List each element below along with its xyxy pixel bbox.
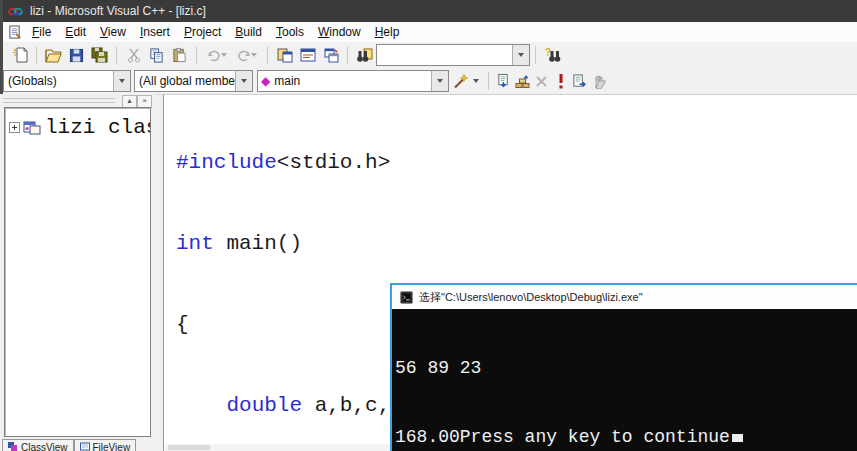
workspace-pane: ▴ × lizi classes	[0, 94, 155, 451]
new-file-icon	[12, 47, 28, 63]
workspace-toggle-button[interactable]	[273, 44, 296, 66]
class-diamond-icon: ◆	[261, 74, 270, 88]
save-button[interactable]	[65, 44, 88, 66]
save-all-icon	[91, 47, 108, 63]
build-icon	[515, 74, 531, 89]
save-icon	[69, 48, 84, 63]
code-line: #include<stdio.h>	[176, 149, 701, 176]
redo-icon	[237, 49, 251, 62]
window-left-border	[0, 0, 3, 94]
cut-button[interactable]	[122, 44, 145, 66]
menu-insert[interactable]: Insert	[133, 23, 177, 41]
copy-button[interactable]	[145, 44, 168, 66]
find-in-files-icon	[356, 48, 373, 63]
output-toggle-button[interactable]	[296, 44, 319, 66]
stop-build-button[interactable]	[532, 70, 551, 92]
svg-text:?: ?	[545, 48, 551, 58]
window-title: lizi - Microsoft Visual C++ - [lizi.c]	[30, 4, 206, 18]
save-all-button[interactable]	[88, 44, 111, 66]
toolbar-separator	[535, 46, 536, 64]
code-line: int main()	[176, 230, 701, 257]
wizard-actions-button[interactable]	[449, 70, 483, 92]
compile-icon	[496, 73, 511, 89]
wizard-dropdown-arrow[interactable]	[473, 79, 479, 83]
toolbar-separator	[36, 46, 37, 64]
tree-item-label[interactable]: lizi classes	[45, 116, 150, 139]
paste-button[interactable]	[168, 44, 191, 66]
mdi-document-icon[interactable]	[8, 25, 21, 40]
pane-gripper[interactable]	[3, 98, 115, 106]
toolbar-separator	[488, 72, 489, 90]
wizard-wand-icon	[453, 73, 469, 89]
tab-classview[interactable]: ClassView	[2, 439, 74, 451]
vc6-main-window: lizi - Microsoft Visual C++ - [lizi.c] F…	[0, 0, 857, 451]
toolbar-separator	[116, 46, 117, 64]
open-button[interactable]	[42, 44, 65, 66]
new-file-button[interactable]	[8, 44, 31, 66]
find-in-files-button[interactable]	[353, 44, 376, 66]
scrollbar-thumb[interactable]	[168, 445, 210, 450]
undo-icon	[207, 49, 221, 62]
execute-program-button[interactable]	[551, 70, 570, 92]
redo-button[interactable]	[232, 44, 262, 66]
title-bar[interactable]: lizi - Microsoft Visual C++ - [lizi.c]	[0, 0, 857, 22]
members-combobox[interactable]: (All global members	[134, 70, 253, 92]
stop-build-icon	[535, 75, 548, 88]
compile-button[interactable]	[494, 70, 513, 92]
console-icon	[400, 291, 413, 304]
build-button[interactable]	[513, 70, 532, 92]
menu-edit[interactable]: Edit	[58, 23, 93, 41]
tab-fileview[interactable]: FileView	[74, 439, 137, 451]
find-combobox-dropdown[interactable]	[512, 45, 529, 65]
go-button[interactable]	[570, 70, 589, 92]
copy-icon	[149, 48, 164, 63]
visual-cpp-app-icon	[8, 5, 23, 18]
search-icon: ?	[545, 48, 561, 63]
open-folder-icon	[45, 48, 62, 63]
toolbar-separator	[347, 46, 348, 64]
tab-fileview-label: FileView	[93, 442, 131, 451]
search-button[interactable]: ?	[541, 44, 564, 66]
menu-window[interactable]: Window	[311, 23, 368, 41]
menu-view[interactable]: View	[93, 23, 133, 41]
standard-toolbar: ?	[0, 42, 857, 69]
toolbar-separator	[196, 46, 197, 64]
editor-horizontal-scrollbar[interactable]	[165, 444, 390, 451]
scope-combobox[interactable]: (Globals)	[3, 70, 131, 92]
console-title-bar[interactable]: 选择"C:\Users\lenovo\Desktop\Debug\lizi.ex…	[392, 285, 857, 309]
scope-combobox-value[interactable]: (Globals)	[4, 74, 113, 88]
wizard-bar: (Globals) (All global members ◆ main	[0, 68, 857, 95]
function-combobox-value[interactable]: main	[270, 74, 431, 88]
workspace-tabs: ClassView FileView	[2, 439, 155, 451]
workspace-icon	[277, 48, 293, 63]
expand-plus-icon[interactable]	[9, 122, 20, 133]
redo-dropdown-arrow[interactable]	[251, 53, 257, 57]
tree-item-classes[interactable]: lizi classes	[9, 116, 150, 139]
undo-dropdown-arrow[interactable]	[221, 53, 227, 57]
menu-build[interactable]: Build	[228, 23, 269, 41]
breakpoint-button[interactable]	[589, 70, 608, 92]
console-cursor	[732, 434, 743, 442]
classview-folder-icon	[23, 120, 41, 135]
console-output[interactable]: 56 89 23 168.00Press any key to continue	[392, 309, 857, 451]
toolbar-separator	[267, 46, 268, 64]
menu-file[interactable]: File	[25, 23, 58, 41]
find-combobox[interactable]	[376, 44, 530, 66]
menu-tools[interactable]: Tools	[269, 23, 311, 41]
console-window[interactable]: 选择"C:\Users\lenovo\Desktop\Debug\lizi.ex…	[390, 283, 857, 451]
output-icon	[300, 48, 316, 62]
console-title-text: 选择"C:\Users\lenovo\Desktop\Debug\lizi.ex…	[419, 290, 643, 305]
function-combobox[interactable]: ◆ main	[257, 70, 449, 92]
fileview-tab-icon	[80, 442, 90, 451]
members-combobox-value[interactable]: (All global members	[135, 74, 235, 88]
classview-tree[interactable]: lizi classes	[4, 107, 151, 437]
undo-button[interactable]	[202, 44, 232, 66]
scope-combobox-dropdown[interactable]	[113, 71, 130, 91]
menu-help[interactable]: Help	[368, 23, 407, 41]
cut-icon	[127, 48, 141, 63]
members-combobox-dropdown[interactable]	[235, 71, 252, 91]
window-list-button[interactable]	[319, 44, 342, 66]
menu-project[interactable]: Project	[177, 23, 228, 41]
function-combobox-dropdown[interactable]	[431, 71, 448, 91]
console-line: 168.00Press any key to continue	[395, 426, 857, 449]
